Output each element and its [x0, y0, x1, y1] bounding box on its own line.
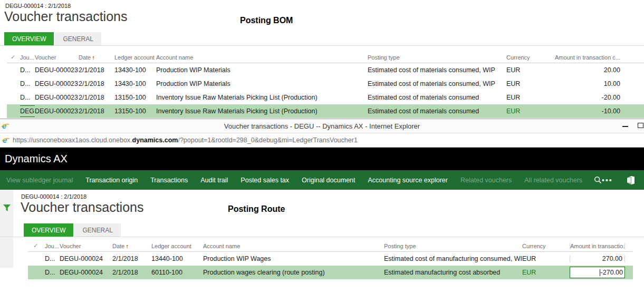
table-row[interactable]: D... DEGU-000023 2/1/2018 13430-100 Prod… [7, 77, 644, 91]
cell-date: 2/1/2018 [79, 66, 114, 74]
menu-item-original-document[interactable]: Original document [295, 170, 361, 190]
column-header-date-label: Date [112, 243, 124, 249]
cell-date: 2/1/2018 [79, 94, 114, 101]
column-header-account-name[interactable]: Account name [203, 243, 384, 249]
cell-voucher: DEGU-000023 [35, 80, 79, 87]
column-header-currency[interactable]: Currency [506, 54, 534, 61]
filter-funnel-icon[interactable] [3, 204, 11, 213]
action-menu-bar: View subledger journal Transaction origi… [0, 170, 644, 190]
tab-overview[interactable]: OVERVIEW [4, 32, 54, 45]
menu-item-view-subledger-journal: View subledger journal [0, 170, 79, 190]
cell-account-name: Production WIP Materials [156, 80, 368, 87]
browser-page-content: DEGU-000014 : 2/1/2018 Voucher transacti… [0, 190, 644, 293]
cell-journal-selected[interactable]: DEG [20, 105, 35, 117]
cell-ledger-account: 13430-100 [114, 80, 156, 87]
office-icon[interactable] [627, 176, 635, 184]
cell-voucher: DEGU-000023 [35, 94, 79, 101]
page-title: Voucher transactions [4, 9, 127, 24]
cell-currency: EUR [506, 108, 534, 115]
cell-ledger-account: 13150-100 [114, 108, 156, 115]
url-prefix: https://usnconeboxax1aos.cloud.onebox. [13, 136, 132, 144]
cell-posting-type: Estimated cost of materials consumed, WI… [368, 80, 506, 87]
table-header-row: ✓ Jou... Voucher Date↑ Ledger account Ac… [28, 240, 633, 252]
tab-overview[interactable]: OVERVIEW [24, 223, 73, 237]
table-row[interactable]: D... DEGU-000023 2/1/2018 13430-100 Prod… [7, 63, 644, 77]
cell-date: 2/1/2018 [79, 80, 114, 87]
cell-account-name: Production WIP Materials [156, 66, 368, 74]
cell-account-name: Production WIP Wages [203, 255, 384, 262]
minimize-button[interactable] [622, 126, 628, 127]
column-header-ledger-account[interactable]: Ledger account [114, 54, 156, 61]
maximize-button[interactable] [638, 123, 643, 128]
column-header-currency[interactable]: Currency [522, 243, 570, 249]
cell-voucher: DEGU-000024 [60, 255, 112, 262]
cell-posting-type: Estimated cost of materials consumed [368, 108, 506, 115]
cell-voucher: DEGU-000023 [35, 108, 79, 115]
select-all-checkmark-icon[interactable]: ✓ [28, 242, 45, 249]
search-icon[interactable] [594, 176, 602, 184]
url-text: https://usnconeboxax1aos.cloud.onebox.dy… [13, 136, 358, 144]
menu-item-all-related-vouchers: All related vouchers [518, 170, 589, 190]
column-header-amount[interactable]: Amount in transactio... [570, 243, 625, 249]
cell-date: 2/1/2018 [79, 108, 114, 115]
amount-edit-field[interactable]: -270.00 [570, 267, 625, 278]
table-row-selected[interactable]: D... DEGU-000024 2/1/2018 60110-100 Prod… [28, 266, 633, 279]
column-header-ledger-account[interactable]: Ledger account [151, 243, 203, 249]
cell-journal: D... [20, 80, 35, 87]
page-title: Voucher transactions [21, 200, 143, 215]
cell-amount: -10.00 [534, 108, 622, 115]
cell-amount: 20.00 [534, 66, 622, 74]
cell-account-name: Production wages clearing (route posting… [203, 269, 384, 276]
voucher-table: ✓ Jou... Voucher Date↑ Ledger account Ac… [28, 240, 633, 279]
column-header-voucher[interactable]: Voucher [35, 54, 79, 61]
menu-item-posted-sales-tax[interactable]: Posted sales tax [234, 170, 295, 190]
column-header-posting-type[interactable]: Posting type [368, 54, 506, 61]
cell-journal: D... [45, 255, 60, 262]
address-bar[interactable]: e https://usnconeboxax1aos.cloud.onebox.… [0, 133, 644, 148]
table-row[interactable]: D... DEGU-000024 2/1/2018 13440-100 Prod… [28, 252, 633, 266]
tab-general[interactable]: GENERAL [74, 223, 120, 237]
cell-ledger-account: 60110-100 [151, 269, 203, 276]
column-header-voucher[interactable]: Voucher [60, 243, 112, 249]
column-header-journal[interactable]: Jou... [20, 54, 35, 61]
internet-explorer-window: e Voucher transactions - DEGU -- Dynamic… [0, 119, 644, 293]
record-caption: DEGU-000014 : 2/1/2018 [5, 3, 71, 9]
window-title-bar: e Voucher transactions - DEGU -- Dynamic… [0, 119, 644, 133]
column-header-date[interactable]: Date↑ [79, 54, 114, 61]
tab-general[interactable]: GENERAL [55, 32, 101, 45]
app-header-bar: Dynamics AX [0, 148, 644, 170]
more-options-icon[interactable]: ••• [602, 178, 613, 183]
table-row-selected[interactable]: DEG DEGU-000023 2/1/2018 13150-100 Inven… [7, 104, 644, 118]
record-caption: DEGU-000014 : 2/1/2018 [21, 193, 86, 200]
menu-item-transactions[interactable]: Transactions [144, 170, 194, 190]
column-header-date[interactable]: Date↑ [112, 243, 151, 249]
cell-posting-type: Estimated cost of manufacturing consumed… [384, 255, 522, 262]
column-header-amount[interactable]: Amount in transaction c... [534, 54, 622, 61]
internet-explorer-icon: e [2, 136, 10, 144]
cell-account-name: Inventory Issue Raw Materials Picking Li… [156, 94, 368, 101]
cell-date: 2/1/2018 [112, 269, 151, 276]
cell-currency: EUR [506, 94, 534, 101]
menu-item-accounting-source-explorer[interactable]: Accounting source explorer [362, 170, 454, 190]
tab-strip: OVERVIEW GENERAL [0, 223, 644, 237]
top-voucher-panel: DEGU-000014 : 2/1/2018 Voucher transacti… [0, 0, 644, 119]
cell-ledger-account: 13150-100 [114, 94, 156, 101]
menu-item-transaction-origin[interactable]: Transaction origin [79, 170, 144, 190]
tab-strip: OVERVIEW GENERAL [0, 32, 644, 46]
selected-cell-box: DEG [20, 105, 35, 117]
column-header-account-name[interactable]: Account name [156, 54, 368, 61]
cell-amount: 270.00 [570, 255, 625, 262]
cell-ledger-account: 13430-100 [114, 66, 156, 74]
sort-ascending-icon: ↑ [126, 243, 129, 249]
table-row[interactable]: D... DEGU-000023 2/1/2018 13150-100 Inve… [7, 91, 644, 104]
cell-journal: D... [20, 66, 35, 74]
column-header-journal[interactable]: Jou... [45, 243, 60, 249]
cell-voucher: DEGU-000023 [35, 66, 79, 74]
text-caret [600, 269, 600, 276]
cell-currency: EUR [506, 80, 534, 87]
cell-posting-type: Estimated manufacturing cost absorbed [384, 269, 522, 276]
select-all-checkmark-icon[interactable]: ✓ [7, 54, 20, 61]
column-header-posting-type[interactable]: Posting type [384, 243, 522, 249]
app-title: Dynamics AX [5, 153, 68, 165]
menu-item-audit-trail[interactable]: Audit trail [194, 170, 234, 190]
